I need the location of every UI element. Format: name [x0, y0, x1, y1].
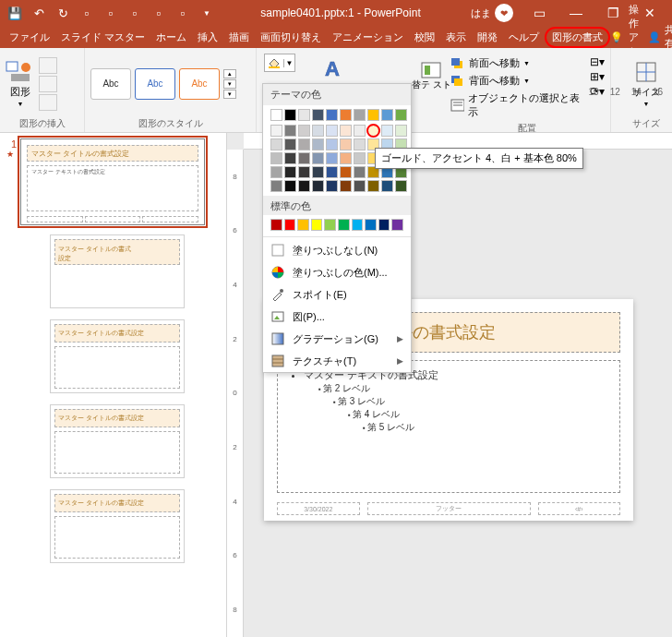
- color-swatch[interactable]: [284, 219, 296, 231]
- gradient-fill-item[interactable]: グラデーション(G) ▶: [263, 328, 411, 350]
- color-swatch[interactable]: [298, 109, 310, 121]
- color-swatch[interactable]: [312, 109, 324, 121]
- align-icon[interactable]: ⊟▾: [590, 55, 605, 68]
- color-swatch[interactable]: [284, 125, 296, 137]
- tab-home[interactable]: ホーム: [150, 27, 192, 48]
- qat-icon[interactable]: ▫: [172, 2, 194, 24]
- layout-thumbnail[interactable]: マスター タイトルの書式設定: [50, 319, 185, 393]
- text-box-icon[interactable]: [39, 76, 57, 92]
- color-swatch[interactable]: [340, 166, 352, 178]
- chevron-down-icon[interactable]: ▼: [283, 59, 294, 67]
- more-fill-colors-item[interactable]: 塗りつぶしの色(M)...: [263, 261, 411, 283]
- style-preset-1[interactable]: Abc: [90, 68, 131, 100]
- user-account[interactable]: はま ❤: [463, 4, 521, 22]
- scroll-down-icon[interactable]: ▾: [223, 79, 236, 89]
- minimize-icon[interactable]: ―: [558, 0, 594, 26]
- color-swatch[interactable]: [298, 166, 310, 178]
- color-swatch[interactable]: [270, 109, 282, 121]
- color-swatch[interactable]: [311, 219, 323, 231]
- edit-shape-icon[interactable]: [39, 57, 57, 74]
- color-swatch[interactable]: [270, 180, 282, 192]
- master-thumbnail[interactable]: マスター タイトルの書式設定 マスター テキストの書式設定: [20, 138, 205, 225]
- share-button[interactable]: 👤 共有: [639, 23, 672, 51]
- chevron-down-icon[interactable]: ▼: [523, 60, 530, 66]
- texture-fill-item[interactable]: テクスチャ(T) ▶: [263, 350, 411, 372]
- color-swatch[interactable]: [354, 109, 366, 121]
- tab-review[interactable]: 校閲: [409, 27, 440, 48]
- wordart-styles-button[interactable]: A: [321, 57, 349, 81]
- color-swatch[interactable]: [395, 109, 407, 121]
- color-swatch[interactable]: [312, 166, 324, 178]
- color-swatch[interactable]: [354, 180, 366, 192]
- color-swatch[interactable]: [338, 219, 350, 231]
- slide-number-placeholder[interactable]: ‹#›: [538, 502, 621, 515]
- qat-icon[interactable]: ▫: [148, 2, 170, 24]
- color-swatch[interactable]: [395, 125, 407, 137]
- qat-icon[interactable]: ▫: [100, 2, 122, 24]
- color-swatch[interactable]: [270, 152, 282, 164]
- color-swatch[interactable]: [352, 219, 364, 231]
- color-swatch[interactable]: [367, 180, 379, 192]
- scroll-up-icon[interactable]: ▴: [223, 69, 236, 78]
- color-swatch[interactable]: [395, 180, 407, 192]
- selection-pane-button[interactable]: オブジェクトの選択と表示: [449, 90, 584, 120]
- color-swatch[interactable]: [354, 125, 366, 137]
- color-swatch-highlighted[interactable]: [367, 125, 379, 137]
- bring-forward-button[interactable]: 前面へ移動 ▼: [449, 55, 584, 71]
- color-swatch[interactable]: [326, 166, 338, 178]
- color-swatch[interactable]: [298, 138, 310, 150]
- color-swatch[interactable]: [284, 180, 296, 192]
- color-swatch[interactable]: [340, 125, 352, 137]
- qat-icon[interactable]: ▫: [76, 2, 98, 24]
- color-swatch[interactable]: [284, 152, 296, 164]
- merge-shapes-icon[interactable]: [39, 94, 57, 111]
- color-swatch[interactable]: [324, 219, 336, 231]
- color-swatch[interactable]: [391, 219, 403, 231]
- color-swatch[interactable]: [312, 152, 324, 164]
- style-preset-2[interactable]: Abc: [135, 68, 175, 100]
- color-swatch[interactable]: [298, 180, 310, 192]
- color-swatch[interactable]: [381, 109, 393, 121]
- color-swatch[interactable]: [381, 125, 393, 137]
- tab-transitions[interactable]: 画面切り替え: [255, 27, 327, 48]
- color-swatch[interactable]: [326, 125, 338, 137]
- layout-thumbnail[interactable]: マスター タイトルの書式設定: [50, 404, 185, 478]
- color-swatch[interactable]: [354, 138, 366, 150]
- qat-dropdown-icon[interactable]: ▼: [196, 2, 218, 24]
- color-swatch[interactable]: [340, 138, 352, 150]
- color-swatch[interactable]: [367, 109, 379, 121]
- group-icon[interactable]: ⊞▾: [590, 70, 605, 83]
- color-swatch[interactable]: [312, 125, 324, 137]
- tab-help[interactable]: ヘルプ: [503, 27, 545, 48]
- color-swatch[interactable]: [298, 125, 310, 137]
- body-placeholder[interactable]: マスター テキストの書式設定 第 2 レベル 第 3 レベル 第 4 レベル 第…: [277, 360, 620, 493]
- color-swatch[interactable]: [326, 152, 338, 164]
- footer-placeholder[interactable]: フッター: [367, 502, 531, 515]
- color-swatch[interactable]: [284, 166, 296, 178]
- color-swatch[interactable]: [270, 125, 282, 137]
- color-swatch[interactable]: [270, 166, 282, 178]
- chevron-down-icon[interactable]: ▼: [523, 78, 530, 84]
- tab-draw[interactable]: 描画: [223, 27, 255, 48]
- color-swatch[interactable]: [381, 180, 393, 192]
- tab-animations[interactable]: アニメーション: [327, 27, 409, 48]
- color-swatch[interactable]: [270, 138, 282, 150]
- size-button[interactable]: サイズ ▼: [632, 60, 660, 107]
- tab-shape-format[interactable]: 図形の書式: [545, 27, 610, 48]
- color-swatch[interactable]: [298, 152, 310, 164]
- no-fill-item[interactable]: 塗りつぶしなし(N): [263, 239, 411, 261]
- qat-icon[interactable]: ▫: [124, 2, 146, 24]
- color-swatch[interactable]: [284, 138, 296, 150]
- tab-insert[interactable]: 挿入: [192, 27, 223, 48]
- color-swatch[interactable]: [340, 109, 352, 121]
- gallery-expand-icon[interactable]: ▾: [223, 90, 236, 99]
- color-swatch[interactable]: [378, 219, 390, 231]
- color-swatch[interactable]: [312, 138, 324, 150]
- tab-slide-master[interactable]: スライド マスター: [55, 27, 150, 48]
- vertical-ruler[interactable]: 8 6 4 2 0 2 4 6 8: [227, 150, 244, 637]
- lightbulb-icon[interactable]: 💡: [610, 31, 623, 43]
- send-backward-button[interactable]: 背面へ移動 ▼: [449, 73, 584, 89]
- eyedropper-item[interactable]: スポイト(E): [263, 283, 411, 306]
- redo-icon[interactable]: ↻: [52, 2, 74, 24]
- color-swatch[interactable]: [297, 219, 309, 231]
